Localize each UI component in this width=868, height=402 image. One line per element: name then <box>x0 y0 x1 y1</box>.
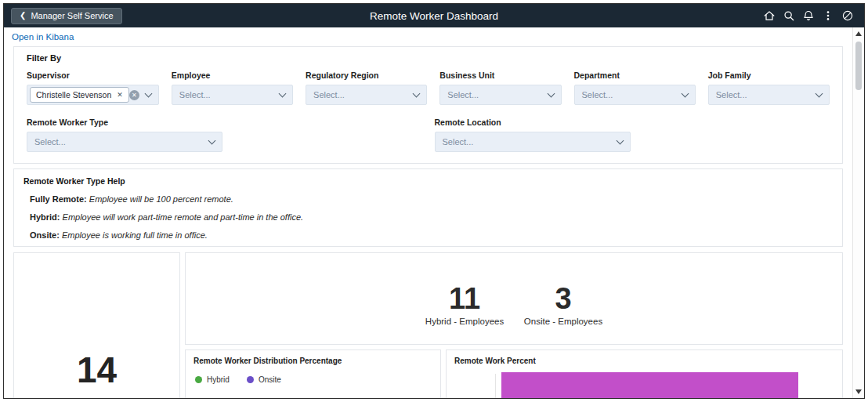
kpi-onsite: 3 Onsite - Employees <box>519 284 607 327</box>
onsite-employees-label: Onsite - Employees <box>524 317 602 326</box>
help-title: Remote Worker Type Help <box>24 176 833 186</box>
hybrid-employees-label: Hybrid - Employees <box>425 317 504 326</box>
scroll-down-button[interactable] <box>855 389 862 394</box>
filter-section: Filter By Supervisor Christelle Stevenso… <box>13 46 843 164</box>
filter-row-2: Remote Worker Type Select... Remote Loca… <box>27 118 830 152</box>
chevron-down-icon <box>616 136 624 144</box>
kpi-tile[interactable]: 11 Hybrid - Employees 3 Onsite - Employe… <box>185 252 843 345</box>
scrollbar-thumb[interactable] <box>855 42 862 90</box>
help-term: Onsite: <box>30 230 60 240</box>
filter-group-remote-worker-type: Remote Worker Type Select... <box>27 118 286 152</box>
help-item-hybrid: Hybrid: Employee will work part-time rem… <box>30 212 833 222</box>
app-window: ❮ Manager Self Service Remote Worker Das… <box>3 3 865 399</box>
notifications-icon[interactable] <box>802 9 815 22</box>
dropdown-placeholder: Select... <box>716 90 747 100</box>
chevron-down-icon <box>547 89 555 97</box>
filter-group-job-family: Job Family Select... <box>708 71 830 105</box>
help-item-fully-remote: Fully Remote: Employee will be 100 perce… <box>30 194 833 204</box>
back-chevron-icon: ❮ <box>20 12 26 20</box>
chevron-down-icon <box>681 89 689 97</box>
regulatory-region-label: Regulatory Region <box>306 71 427 80</box>
help-desc: Employee will be 100 percent remote. <box>89 194 233 204</box>
supervisor-label: Supervisor <box>27 71 159 80</box>
dropdown-placeholder: Select... <box>443 137 474 147</box>
search-icon[interactable] <box>783 9 795 22</box>
total-employees-tile[interactable]: 14 <box>13 252 180 398</box>
remote-work-percent-bar[interactable] <box>501 372 798 398</box>
more-actions-icon[interactable] <box>822 9 834 22</box>
remote-worker-type-help-section: Remote Worker Type Help Fully Remote: Em… <box>13 168 843 247</box>
back-button-label: Manager Self Service <box>31 11 113 20</box>
remote-worker-type-dropdown[interactable]: Select... <box>27 132 222 152</box>
dropdown-placeholder: Select... <box>313 90 345 100</box>
scroll-up-button[interactable] <box>855 31 862 36</box>
remote-work-percent-title: Remote Work Percent <box>454 357 834 365</box>
filter-group-regulatory-region: Regulatory Region Select... <box>306 71 427 105</box>
header-actions <box>763 9 864 22</box>
department-label: Department <box>574 71 696 80</box>
filter-by-label: Filter By <box>27 53 830 63</box>
legend-label: Hybrid <box>207 375 230 384</box>
onsite-legend-dot-icon <box>247 376 254 383</box>
supervisor-selected-chip[interactable]: Christelle Stevenson ✕ <box>30 87 129 103</box>
onsite-employees-value: 3 <box>555 284 571 315</box>
job-family-dropdown[interactable]: Select... <box>708 85 830 105</box>
chevron-down-icon <box>816 89 823 97</box>
page-content: Open in Kibana Filter By Supervisor Chri… <box>4 27 852 398</box>
department-dropdown[interactable]: Select... <box>574 85 696 105</box>
total-employees-value: 14 <box>77 352 117 388</box>
dropdown-placeholder: Select... <box>582 90 613 100</box>
dashboard-tiles: 14 11 Hybrid - Employees 3 Onsite - Empl… <box>13 252 843 398</box>
global-header: ❮ Manager Self Service Remote Worker Das… <box>4 4 864 27</box>
dropdown-placeholder: Select... <box>34 137 66 147</box>
distribution-legend: Hybrid Onsite <box>195 375 432 384</box>
filter-row-1: Supervisor Christelle Stevenson ✕ ✕ Empl <box>27 71 830 105</box>
legend-label: Onsite <box>259 375 281 384</box>
chevron-down-icon <box>144 89 152 97</box>
help-desc: Employee is working full time in office. <box>62 230 208 240</box>
page-title: Remote Worker Dashboard <box>4 10 864 22</box>
supervisor-dropdown[interactable]: Christelle Stevenson ✕ ✕ <box>27 85 159 105</box>
filter-group-employee: Employee Select... <box>172 71 293 105</box>
dropdown-placeholder: Select... <box>447 90 479 100</box>
chip-label: Christelle Stevenson <box>36 90 111 100</box>
dropdown-placeholder: Select... <box>179 90 211 100</box>
remote-location-dropdown[interactable]: Select... <box>435 132 631 152</box>
hybrid-legend-dot-icon <box>195 376 202 383</box>
filter-group-business-unit: Business Unit Select... <box>439 71 561 105</box>
navbar-icon[interactable] <box>841 9 854 22</box>
charts-row: Remote Worker Distribution Percentage Hy… <box>185 349 843 398</box>
legend-item-hybrid[interactable]: Hybrid <box>195 375 230 384</box>
remote-location-label: Remote Location <box>435 118 694 127</box>
vertical-scrollbar[interactable] <box>852 27 864 398</box>
help-item-onsite: Onsite: Employee is working full time in… <box>30 230 833 240</box>
help-term: Fully Remote: <box>30 194 87 204</box>
filter-group-supervisor: Supervisor Christelle Stevenson ✕ ✕ <box>27 71 159 105</box>
regulatory-region-dropdown[interactable]: Select... <box>306 85 427 105</box>
distribution-percentage-tile[interactable]: Remote Worker Distribution Percentage Hy… <box>185 349 441 398</box>
chip-remove-icon[interactable]: ✕ <box>117 91 123 99</box>
tiles-right-column: 11 Hybrid - Employees 3 Onsite - Employe… <box>185 252 843 398</box>
chevron-down-icon <box>413 89 421 97</box>
kpi-hybrid: 11 Hybrid - Employees <box>421 284 508 327</box>
business-unit-label: Business Unit <box>439 71 561 80</box>
chart-y-axis <box>495 374 496 398</box>
help-term: Hybrid: <box>30 212 60 222</box>
filter-group-department: Department Select... <box>574 71 696 105</box>
employee-dropdown[interactable]: Select... <box>172 85 293 105</box>
home-icon[interactable] <box>763 9 776 22</box>
back-button[interactable]: ❮ Manager Self Service <box>11 8 122 24</box>
employee-label: Employee <box>172 71 293 80</box>
hybrid-employees-value: 11 <box>449 284 480 315</box>
remote-worker-type-label: Remote Worker Type <box>27 118 286 127</box>
remote-work-percent-tile[interactable]: Remote Work Percent <box>446 349 843 398</box>
open-in-kibana-link[interactable]: Open in Kibana <box>12 32 74 42</box>
clear-all-icon[interactable]: ✕ <box>129 90 139 100</box>
legend-item-onsite[interactable]: Onsite <box>247 375 281 384</box>
chevron-down-icon <box>208 136 216 144</box>
job-family-label: Job Family <box>708 71 830 80</box>
distribution-title: Remote Worker Distribution Percentage <box>193 357 432 365</box>
help-desc: Employee will work part-time remote and … <box>63 212 304 222</box>
business-unit-dropdown[interactable]: Select... <box>439 85 561 105</box>
chevron-down-icon <box>279 89 287 97</box>
